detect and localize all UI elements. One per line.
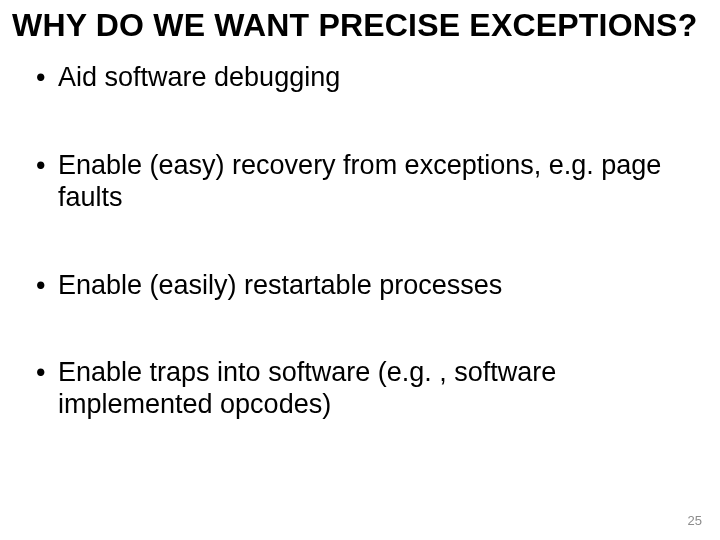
bullet-item: Enable (easily) restartable processes bbox=[30, 270, 690, 302]
page-number: 25 bbox=[688, 513, 702, 528]
bullet-item: Enable (easy) recovery from exceptions, … bbox=[30, 150, 690, 214]
slide: WHY DO WE WANT PRECISE EXCEPTIONS? Aid s… bbox=[0, 0, 720, 540]
bullet-list: Aid software debugging Enable (easy) rec… bbox=[30, 62, 690, 421]
slide-title: WHY DO WE WANT PRECISE EXCEPTIONS? bbox=[12, 8, 708, 43]
slide-body: Aid software debugging Enable (easy) rec… bbox=[30, 62, 690, 477]
bullet-item: Aid software debugging bbox=[30, 62, 690, 94]
bullet-item: Enable traps into software (e.g. , softw… bbox=[30, 357, 690, 421]
